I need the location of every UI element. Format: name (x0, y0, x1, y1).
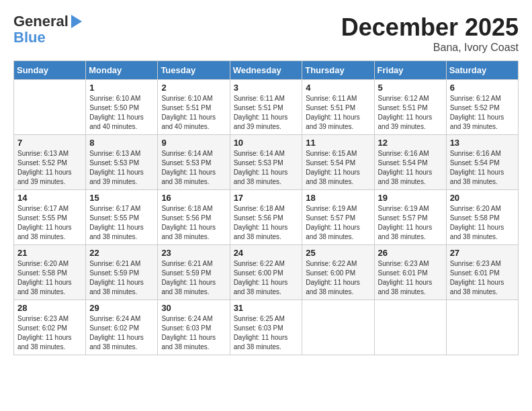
day-number: 5 (378, 83, 443, 93)
day-number: 4 (306, 83, 370, 93)
calendar-cell: 21Sunrise: 6:20 AM Sunset: 5:58 PM Dayli… (14, 245, 86, 300)
calendar-cell: 10Sunrise: 6:14 AM Sunset: 5:53 PM Dayli… (230, 135, 302, 190)
day-info: Sunrise: 6:15 AM Sunset: 5:54 PM Dayligh… (306, 149, 370, 187)
calendar-cell: 20Sunrise: 6:20 AM Sunset: 5:58 PM Dayli… (446, 190, 518, 245)
calendar-cell: 4Sunrise: 6:11 AM Sunset: 5:51 PM Daylig… (302, 80, 374, 135)
day-info: Sunrise: 6:17 AM Sunset: 5:55 PM Dayligh… (17, 204, 82, 242)
calendar-cell: 11Sunrise: 6:15 AM Sunset: 5:54 PM Dayli… (302, 135, 374, 190)
calendar-cell: 17Sunrise: 6:18 AM Sunset: 5:56 PM Dayli… (230, 190, 302, 245)
calendar-cell: 3Sunrise: 6:11 AM Sunset: 5:51 PM Daylig… (230, 80, 302, 135)
day-number: 19 (378, 193, 443, 203)
day-number: 13 (450, 138, 515, 148)
logo-text-blue: Blue (13, 30, 46, 46)
day-number: 20 (450, 193, 515, 203)
calendar-cell: 16Sunrise: 6:18 AM Sunset: 5:56 PM Dayli… (158, 190, 230, 245)
day-info: Sunrise: 6:19 AM Sunset: 5:57 PM Dayligh… (378, 204, 443, 242)
day-number: 22 (89, 248, 154, 258)
calendar-cell: 6Sunrise: 6:12 AM Sunset: 5:52 PM Daylig… (446, 80, 518, 135)
header-saturday: Saturday (446, 61, 518, 80)
day-info: Sunrise: 6:24 AM Sunset: 6:02 PM Dayligh… (89, 314, 154, 352)
calendar-cell: 24Sunrise: 6:22 AM Sunset: 6:00 PM Dayli… (230, 245, 302, 300)
day-info: Sunrise: 6:23 AM Sunset: 6:01 PM Dayligh… (450, 259, 515, 297)
header-friday: Friday (374, 61, 446, 80)
day-info: Sunrise: 6:20 AM Sunset: 5:58 PM Dayligh… (17, 259, 82, 297)
calendar-week-row: 28Sunrise: 6:23 AM Sunset: 6:02 PM Dayli… (14, 300, 519, 355)
calendar-cell: 18Sunrise: 6:19 AM Sunset: 5:57 PM Dayli… (302, 190, 374, 245)
calendar-cell: 28Sunrise: 6:23 AM Sunset: 6:02 PM Dayli… (14, 300, 86, 355)
day-info: Sunrise: 6:11 AM Sunset: 5:51 PM Dayligh… (234, 94, 299, 132)
day-number: 31 (234, 303, 299, 313)
day-number: 3 (234, 83, 299, 93)
calendar-cell: 30Sunrise: 6:24 AM Sunset: 6:03 PM Dayli… (158, 300, 230, 355)
day-info: Sunrise: 6:12 AM Sunset: 5:52 PM Dayligh… (450, 94, 515, 132)
calendar-week-row: 7Sunrise: 6:13 AM Sunset: 5:52 PM Daylig… (14, 135, 519, 190)
day-number: 23 (161, 248, 226, 258)
day-info: Sunrise: 6:23 AM Sunset: 6:02 PM Dayligh… (17, 314, 82, 352)
day-number: 1 (89, 83, 154, 93)
calendar-cell (374, 300, 446, 355)
calendar-cell: 14Sunrise: 6:17 AM Sunset: 5:55 PM Dayli… (14, 190, 86, 245)
calendar-cell: 15Sunrise: 6:17 AM Sunset: 5:55 PM Dayli… (86, 190, 158, 245)
calendar-week-row: 21Sunrise: 6:20 AM Sunset: 5:58 PM Dayli… (14, 245, 519, 300)
day-info: Sunrise: 6:13 AM Sunset: 5:52 PM Dayligh… (17, 149, 82, 187)
day-info: Sunrise: 6:10 AM Sunset: 5:50 PM Dayligh… (89, 94, 154, 132)
calendar-cell: 27Sunrise: 6:23 AM Sunset: 6:01 PM Dayli… (446, 245, 518, 300)
calendar-header-row: SundayMondayTuesdayWednesdayThursdayFrid… (14, 61, 519, 80)
day-info: Sunrise: 6:22 AM Sunset: 6:00 PM Dayligh… (234, 259, 299, 297)
day-info: Sunrise: 6:23 AM Sunset: 6:01 PM Dayligh… (378, 259, 443, 297)
calendar-cell (446, 300, 518, 355)
day-number: 17 (234, 193, 299, 203)
calendar-cell: 9Sunrise: 6:14 AM Sunset: 5:53 PM Daylig… (158, 135, 230, 190)
day-info: Sunrise: 6:18 AM Sunset: 5:56 PM Dayligh… (161, 204, 226, 242)
day-number: 10 (234, 138, 299, 148)
page-title: December 2025 (341, 13, 519, 42)
calendar-cell: 19Sunrise: 6:19 AM Sunset: 5:57 PM Dayli… (374, 190, 446, 245)
day-info: Sunrise: 6:14 AM Sunset: 5:53 PM Dayligh… (234, 149, 299, 187)
day-number: 7 (17, 138, 82, 148)
day-number: 15 (89, 193, 154, 203)
day-number: 25 (306, 248, 370, 258)
calendar-table: SundayMondayTuesdayWednesdayThursdayFrid… (13, 60, 519, 355)
page-header: General Blue December 2025 Bana, Ivory C… (13, 13, 519, 54)
day-number: 14 (17, 193, 82, 203)
day-number: 11 (306, 138, 370, 148)
calendar-cell: 7Sunrise: 6:13 AM Sunset: 5:52 PM Daylig… (14, 135, 86, 190)
day-info: Sunrise: 6:20 AM Sunset: 5:58 PM Dayligh… (450, 204, 515, 242)
calendar-cell: 1Sunrise: 6:10 AM Sunset: 5:50 PM Daylig… (86, 80, 158, 135)
calendar-cell: 2Sunrise: 6:10 AM Sunset: 5:51 PM Daylig… (158, 80, 230, 135)
day-info: Sunrise: 6:10 AM Sunset: 5:51 PM Dayligh… (161, 94, 226, 132)
header-tuesday: Tuesday (158, 61, 230, 80)
page-subtitle: Bana, Ivory Coast (341, 42, 519, 54)
day-number: 21 (17, 248, 82, 258)
title-block: December 2025 Bana, Ivory Coast (341, 13, 519, 54)
day-info: Sunrise: 6:11 AM Sunset: 5:51 PM Dayligh… (306, 94, 370, 132)
calendar-week-row: 1Sunrise: 6:10 AM Sunset: 5:50 PM Daylig… (14, 80, 519, 135)
day-number: 6 (450, 83, 515, 93)
day-number: 27 (450, 248, 515, 258)
header-monday: Monday (86, 61, 158, 80)
day-info: Sunrise: 6:14 AM Sunset: 5:53 PM Dayligh… (161, 149, 226, 187)
calendar-cell: 29Sunrise: 6:24 AM Sunset: 6:02 PM Dayli… (86, 300, 158, 355)
day-number: 26 (378, 248, 443, 258)
calendar-cell: 8Sunrise: 6:13 AM Sunset: 5:53 PM Daylig… (86, 135, 158, 190)
day-info: Sunrise: 6:18 AM Sunset: 5:56 PM Dayligh… (234, 204, 299, 242)
day-info: Sunrise: 6:21 AM Sunset: 5:59 PM Dayligh… (89, 259, 154, 297)
day-info: Sunrise: 6:21 AM Sunset: 5:59 PM Dayligh… (161, 259, 226, 297)
day-number: 18 (306, 193, 370, 203)
day-info: Sunrise: 6:19 AM Sunset: 5:57 PM Dayligh… (306, 204, 370, 242)
calendar-week-row: 14Sunrise: 6:17 AM Sunset: 5:55 PM Dayli… (14, 190, 519, 245)
day-number: 28 (17, 303, 82, 313)
logo-arrow-icon (71, 15, 82, 28)
day-info: Sunrise: 6:16 AM Sunset: 5:54 PM Dayligh… (450, 149, 515, 187)
header-wednesday: Wednesday (230, 61, 302, 80)
header-sunday: Sunday (14, 61, 86, 80)
day-info: Sunrise: 6:25 AM Sunset: 6:03 PM Dayligh… (234, 314, 299, 352)
day-info: Sunrise: 6:17 AM Sunset: 5:55 PM Dayligh… (89, 204, 154, 242)
calendar-cell: 5Sunrise: 6:12 AM Sunset: 5:51 PM Daylig… (374, 80, 446, 135)
calendar-cell: 25Sunrise: 6:22 AM Sunset: 6:00 PM Dayli… (302, 245, 374, 300)
day-info: Sunrise: 6:24 AM Sunset: 6:03 PM Dayligh… (161, 314, 226, 352)
day-number: 2 (161, 83, 226, 93)
calendar-cell: 23Sunrise: 6:21 AM Sunset: 5:59 PM Dayli… (158, 245, 230, 300)
day-info: Sunrise: 6:12 AM Sunset: 5:51 PM Dayligh… (378, 94, 443, 132)
calendar-cell (14, 80, 86, 135)
